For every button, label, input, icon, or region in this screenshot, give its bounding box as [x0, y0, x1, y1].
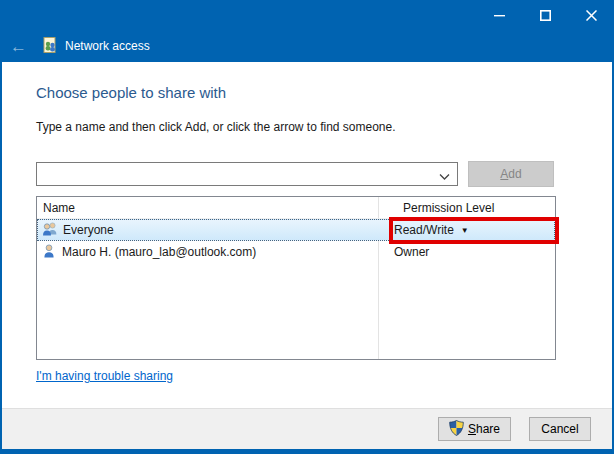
network-share-icon: [42, 37, 58, 56]
row-name: Mauro H. (mauro_lab@outlook.com): [62, 245, 256, 259]
maximize-icon: [540, 10, 551, 21]
maximize-button[interactable]: [522, 0, 568, 30]
window-title: Network access: [65, 39, 150, 53]
group-icon: [42, 221, 58, 240]
list-row-everyone[interactable]: Everyone Read/Write ▼: [37, 219, 555, 241]
list-row-mauro[interactable]: Mauro H. (mauro_lab@outlook.com) Owner: [37, 241, 555, 263]
trouble-sharing-link[interactable]: I'm having trouble sharing: [36, 369, 173, 383]
page-title: Choose people to share with: [36, 84, 612, 101]
permission-value[interactable]: Owner: [369, 245, 429, 259]
people-combobox[interactable]: [36, 162, 458, 186]
minimize-button[interactable]: [476, 0, 522, 30]
close-button[interactable]: [568, 0, 614, 30]
add-button[interactable]: Add: [468, 161, 554, 187]
footer-bar: Share Cancel: [2, 408, 612, 449]
people-list: Name Permission Level Ev: [36, 196, 556, 360]
instruction-text: Type a name and then click Add, or click…: [36, 120, 612, 134]
row-name: Everyone: [63, 223, 114, 237]
share-button[interactable]: Share: [438, 417, 511, 441]
triangle-down-icon: ▼: [461, 226, 469, 235]
person-icon: [41, 243, 57, 262]
column-header-name[interactable]: Name: [37, 201, 378, 215]
list-header: Name Permission Level: [37, 197, 555, 219]
close-icon: [586, 10, 597, 21]
permission-dropdown[interactable]: Read/Write ▼: [369, 223, 469, 237]
dialog-body: Choose people to share with Type a name …: [2, 62, 612, 449]
cancel-button[interactable]: Cancel: [529, 417, 591, 441]
back-arrow-icon[interactable]: ←: [10, 38, 36, 55]
minimize-icon: [494, 10, 505, 21]
people-input[interactable]: [38, 164, 431, 184]
chevron-down-icon[interactable]: [439, 170, 450, 184]
dialog-content: Choose people to share with Type a name …: [2, 62, 612, 408]
column-header-permission[interactable]: Permission Level: [378, 201, 494, 215]
nav-bar: ← Network access: [0, 30, 614, 62]
title-bar: [0, 0, 614, 30]
network-access-window: ← Network access Choose people to share …: [0, 0, 614, 454]
uac-shield-icon: [449, 420, 464, 439]
